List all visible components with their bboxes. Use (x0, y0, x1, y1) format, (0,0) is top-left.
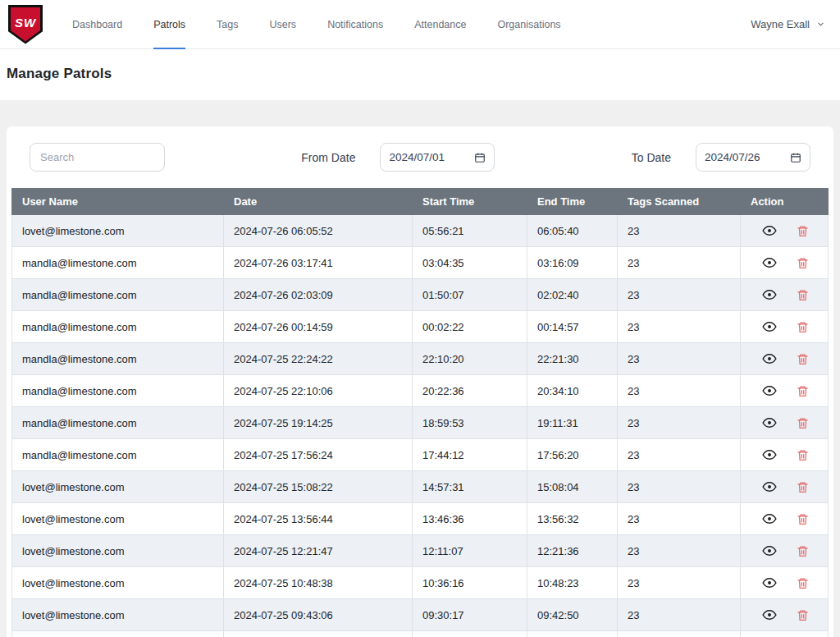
cell-date: 2024-07-25 08:14:02 (224, 631, 413, 637)
cell-tags-scanned: 23 (618, 567, 741, 599)
from-date-label: From Date (301, 151, 355, 164)
cell-tags-scanned: 23 (618, 247, 741, 279)
trash-icon (797, 289, 809, 301)
table-row: mandla@limestone.com2024-07-26 02:03:090… (12, 279, 829, 311)
trash-icon (797, 417, 809, 429)
eye-icon (762, 287, 777, 302)
nav-notifications[interactable]: Notifications (327, 0, 383, 49)
col-start-time: Start Time (413, 189, 527, 215)
nav-patrols[interactable]: Patrols (153, 0, 185, 49)
cell-user-name: mandla@limestone.com (12, 247, 224, 279)
cell-date: 2024-07-25 22:10:06 (224, 375, 413, 407)
cell-action (741, 535, 829, 567)
view-patrol-button[interactable] (760, 286, 778, 304)
delete-patrol-button[interactable] (795, 511, 810, 527)
col-action: Action (741, 189, 829, 215)
page-title-bar: Manage Patrols (0, 49, 840, 100)
table-row: mandla@limestone.com2024-07-26 03:17:410… (12, 247, 829, 279)
delete-patrol-button[interactable] (795, 383, 810, 399)
nav-organisations[interactable]: Organisations (497, 0, 560, 49)
eye-icon (762, 543, 777, 558)
cell-date: 2024-07-26 00:14:59 (224, 311, 413, 343)
view-patrol-button[interactable] (760, 574, 778, 592)
cell-action (741, 471, 829, 503)
table-row: mandla@limestone.com2024-07-25 19:14:251… (12, 407, 829, 439)
cell-date: 2024-07-26 03:17:41 (224, 247, 413, 279)
table-row: lovet@limestone.com2024-07-26 06:05:5205… (12, 215, 829, 247)
cell-end-time: 06:05:40 (527, 215, 618, 247)
delete-patrol-button[interactable] (795, 447, 810, 463)
cell-user-name: lovet@limestone.com (12, 631, 224, 637)
cell-date: 2024-07-25 12:21:47 (224, 535, 413, 567)
trash-icon (797, 481, 809, 493)
view-patrol-button[interactable] (760, 254, 778, 272)
delete-patrol-button[interactable] (795, 607, 810, 623)
filters-row: From Date 2024/07/01 To Date 2024/07/26 (11, 143, 829, 188)
search-input[interactable] (30, 143, 165, 172)
cell-start-time: 14:57:31 (413, 471, 527, 503)
trash-icon (797, 449, 809, 461)
cell-action (741, 631, 829, 637)
delete-patrol-button[interactable] (795, 287, 810, 303)
col-user-name: User Name (12, 189, 224, 215)
cell-start-time: 05:56:21 (413, 215, 527, 247)
nav-dashboard[interactable]: Dashboard (72, 0, 122, 49)
view-patrol-button[interactable] (760, 318, 778, 336)
cell-start-time: 09:30:17 (413, 599, 527, 631)
cell-end-time: 09:42:50 (527, 599, 618, 631)
eye-icon (762, 607, 777, 622)
cell-user-name: mandla@limestone.com (12, 311, 224, 343)
cell-user-name: mandla@limestone.com (12, 279, 224, 311)
view-patrol-button[interactable] (760, 510, 778, 528)
cell-action (741, 215, 829, 247)
col-tags-scanned: Tags Scanned (618, 189, 741, 215)
to-date-input[interactable]: 2024/07/26 (696, 143, 810, 172)
from-date-input[interactable]: 2024/07/01 (380, 143, 495, 172)
cell-end-time: 12:21:36 (527, 535, 618, 567)
col-date: Date (224, 189, 413, 215)
cell-date: 2024-07-26 06:05:52 (224, 215, 413, 247)
nav-users[interactable]: Users (269, 0, 296, 49)
delete-patrol-button[interactable] (795, 415, 810, 431)
delete-patrol-button[interactable] (795, 351, 810, 367)
view-patrol-button[interactable] (760, 350, 778, 368)
delete-patrol-button[interactable] (795, 319, 810, 335)
delete-patrol-button[interactable] (795, 479, 810, 495)
cell-action (741, 407, 829, 439)
delete-patrol-button[interactable] (795, 543, 810, 559)
table-row: mandla@limestone.com2024-07-25 22:24:222… (12, 343, 829, 375)
table-header-row: User Name Date Start Time End Time Tags … (12, 189, 829, 215)
user-menu[interactable]: Wayne Exall (751, 18, 825, 30)
nav-tags[interactable]: Tags (217, 0, 238, 49)
delete-patrol-button[interactable] (795, 575, 810, 591)
cell-tags-scanned: 23 (618, 503, 741, 535)
view-patrol-button[interactable] (760, 606, 778, 624)
view-patrol-button[interactable] (760, 478, 778, 496)
view-patrol-button[interactable] (760, 222, 778, 240)
delete-patrol-button[interactable] (795, 255, 810, 271)
nav-attendance[interactable]: Attendance (414, 0, 466, 49)
delete-patrol-button[interactable] (795, 223, 810, 239)
cell-date: 2024-07-25 17:56:24 (224, 439, 413, 471)
view-patrol-button[interactable] (760, 414, 778, 432)
cell-start-time: 20:22:36 (413, 375, 527, 407)
cell-start-time: 13:46:36 (413, 503, 527, 535)
cell-tags-scanned: 23 (618, 311, 741, 343)
view-patrol-button[interactable] (760, 382, 778, 400)
eye-icon (762, 383, 777, 398)
cell-tags-scanned: 23 (618, 535, 741, 567)
cell-end-time: 00:14:57 (527, 311, 618, 343)
view-patrol-button[interactable] (760, 446, 778, 464)
cell-user-name: lovet@limestone.com (12, 215, 224, 247)
eye-icon (762, 415, 777, 430)
cell-tags-scanned: 23 (618, 343, 741, 375)
cell-user-name: mandla@limestone.com (12, 375, 224, 407)
view-patrol-button[interactable] (760, 542, 778, 560)
cell-user-name: lovet@limestone.com (12, 535, 224, 567)
eye-icon (762, 479, 777, 494)
content-area: From Date 2024/07/01 To Date 2024/07/26 (0, 100, 840, 637)
eye-icon (762, 575, 777, 590)
cell-tags-scanned: 23 (618, 439, 741, 471)
cell-tags-scanned: 23 (618, 375, 741, 407)
cell-end-time: 15:08:04 (527, 471, 618, 503)
